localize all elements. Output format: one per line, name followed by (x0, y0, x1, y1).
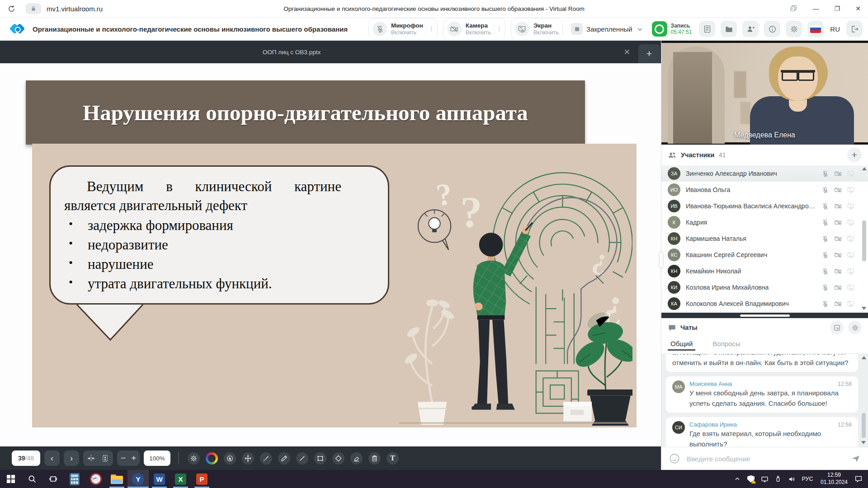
mic-muted-icon[interactable] (821, 170, 829, 178)
participants-scrollbar[interactable] (861, 166, 867, 312)
camera-muted-icon[interactable] (834, 267, 842, 275)
chat-tab-general[interactable]: Общий (670, 337, 693, 347)
panel-divider[interactable] (661, 313, 868, 318)
eraser-tool-button[interactable] (350, 452, 363, 465)
color-picker-button[interactable] (206, 452, 218, 465)
notes-button[interactable] (699, 21, 715, 37)
fit-page-button[interactable] (101, 454, 109, 463)
scroll-down-arrow[interactable] (861, 441, 866, 444)
chat-tab-questions[interactable]: Вопросы (712, 337, 740, 347)
tray-hidden-icons-button[interactable] (731, 475, 744, 483)
line-tool-button[interactable] (296, 452, 308, 465)
participants-list[interactable]: ЗА Зинченко Александр Иванович ИО Иванов… (661, 165, 868, 313)
recording-indicator[interactable]: Запись05:47:51 (652, 21, 692, 37)
clear-annotations-button[interactable] (368, 452, 381, 465)
camera-muted-icon[interactable] (834, 170, 842, 178)
mic-muted-icon[interactable] (821, 300, 829, 308)
zoom-out-button[interactable]: − (121, 453, 126, 463)
taskbar-search-button[interactable] (21, 470, 42, 488)
camera-muted-icon[interactable] (834, 300, 842, 308)
emoji-button[interactable] (669, 453, 680, 465)
rectangle-tool-button[interactable] (314, 452, 326, 465)
camera-muted-icon[interactable] (834, 235, 842, 243)
send-message-button[interactable] (851, 454, 861, 464)
mic-muted-icon[interactable] (821, 267, 829, 275)
camera-muted-icon[interactable] (834, 284, 842, 291)
mic-muted-icon[interactable] (821, 235, 829, 243)
zoom-level[interactable]: 100% (144, 450, 170, 466)
slide-canvas[interactable]: Нарушения опорно-двигательного аппарата … (0, 63, 661, 446)
move-tool-button[interactable] (242, 452, 254, 465)
taskbar-snipping-tool[interactable] (85, 470, 106, 488)
participant-row[interactable]: КН Кемайкин Николай (661, 263, 868, 279)
mic-options-button[interactable] (426, 21, 436, 37)
add-to-collection-icon[interactable] (789, 5, 797, 13)
volume-icon[interactable] (785, 475, 798, 483)
scroll-up-arrow[interactable] (862, 167, 867, 170)
camera-muted-icon[interactable] (834, 219, 842, 226)
taskbar-powerpoint[interactable]: P (191, 470, 212, 488)
participant-row[interactable]: КИ Козлова Ирина Михайловна (661, 279, 868, 296)
participant-row[interactable]: ЗА Зинченко Александр Иванович (661, 165, 868, 182)
shape-tool-button[interactable] (332, 452, 344, 465)
presentation-tab[interactable]: ООП лиц с ОВЗ.pptx (0, 49, 583, 56)
add-participant-button[interactable]: + (847, 148, 862, 162)
participant-row[interactable]: КН Кармишева Наталья (661, 230, 868, 247)
chat-message-list[interactable]: аттестации - с иностранными студентами, … (661, 354, 868, 447)
minimize-button[interactable]: — (813, 5, 819, 12)
mic-muted-icon[interactable] (821, 186, 829, 194)
annotation-settings-button[interactable] (188, 452, 200, 465)
camera-muted-icon[interactable] (834, 251, 842, 259)
taskbar-calculator[interactable] (64, 470, 85, 488)
scroll-thumb[interactable] (862, 221, 866, 261)
taskbar-word[interactable]: W (149, 470, 170, 488)
close-presentation-icon[interactable]: ✕ (624, 47, 630, 57)
next-slide-button[interactable]: › (64, 450, 79, 466)
close-window-button[interactable]: ✕ (855, 5, 861, 12)
speaker-video-tile[interactable]: Медведева Елена (661, 41, 868, 145)
taskbar-yandex-browser[interactable]: Y (127, 470, 149, 488)
chat-message-input[interactable] (686, 455, 845, 463)
participant-row[interactable]: КС Квашнин Сергей Сергеевич (661, 247, 868, 263)
screen-share-control[interactable]: ЭкранВключить (511, 18, 563, 40)
scroll-down-arrow[interactable] (862, 307, 866, 310)
text-tool-button[interactable]: T (387, 452, 399, 465)
laser-pointer-button[interactable] (224, 452, 236, 465)
mic-muted-icon[interactable] (821, 251, 829, 259)
participant-row[interactable]: К Кадрия (661, 214, 868, 230)
task-view-button[interactable] (42, 470, 64, 488)
keyboard-layout[interactable]: РУС (798, 476, 816, 482)
clock[interactable]: 12:59 01.10.2024 (816, 472, 852, 486)
divider-handle[interactable] (740, 314, 790, 317)
leave-room-button[interactable] (846, 21, 863, 37)
restore-button[interactable]: ❐ (835, 5, 840, 12)
camera-muted-icon[interactable] (834, 186, 842, 194)
layout-selector[interactable]: Закрепленный (571, 23, 644, 35)
address-bar-url[interactable]: mv1.virtualroom.ru (47, 5, 103, 13)
site-security-chip[interactable] (26, 3, 41, 14)
zoom-in-button[interactable]: + (131, 453, 136, 463)
mic-muted-icon[interactable] (821, 202, 829, 210)
usb-icon[interactable] (771, 475, 785, 483)
start-button[interactable] (0, 470, 21, 488)
network-icon[interactable] (758, 475, 771, 483)
participant-row[interactable]: ИВ Иванова-Тюрькина Василиса Александров… (661, 198, 868, 214)
defender-icon[interactable] (744, 475, 758, 483)
settings-button[interactable] (786, 21, 802, 37)
camera-control[interactable]: КамераВключить (443, 18, 505, 40)
chat-popout-button[interactable] (830, 321, 844, 334)
mic-muted-icon[interactable] (821, 284, 829, 291)
scroll-up-arrow[interactable] (862, 356, 866, 359)
sidebar-resize-handle[interactable] (660, 252, 663, 267)
scroll-thumb[interactable] (862, 413, 866, 438)
taskbar-excel[interactable]: X (170, 470, 191, 488)
pen-tool-button[interactable] (278, 452, 290, 465)
camera-muted-icon[interactable] (834, 202, 842, 210)
mic-muted-icon[interactable] (821, 219, 829, 226)
microphone-control[interactable]: МикрофонВключить (368, 18, 438, 40)
chat-scrollbar[interactable] (861, 355, 867, 446)
add-presentation-tab[interactable]: + (638, 44, 660, 63)
invite-user-button[interactable] (742, 21, 759, 37)
taskbar-file-explorer[interactable] (106, 470, 127, 488)
notification-center-button[interactable] (852, 475, 865, 483)
